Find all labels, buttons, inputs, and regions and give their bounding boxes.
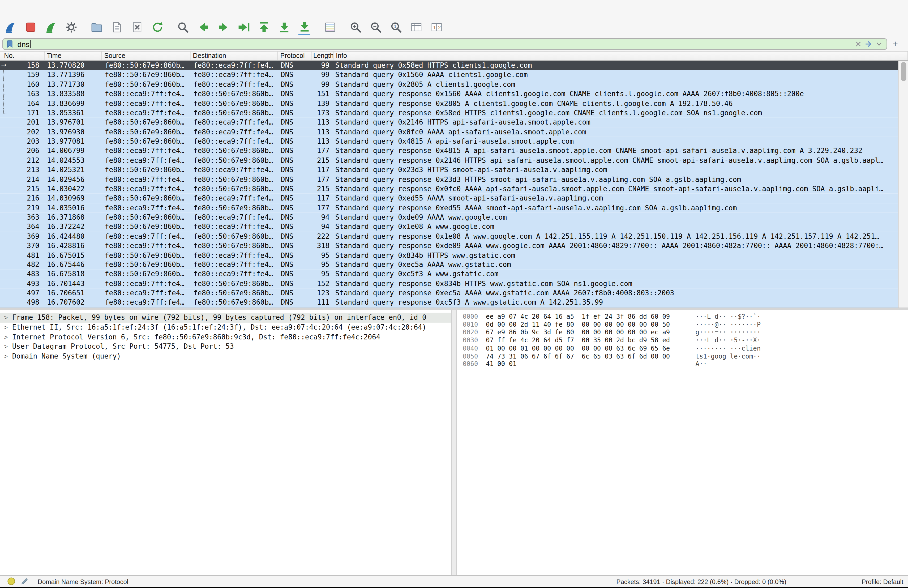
packet-row[interactable]: 21514.030422fe80::eca9:7ff:fe4…fe80::50:… [0,184,908,193]
close-capture-file-button[interactable] [127,19,147,35]
packet-row[interactable]: 21614.030969fe80::50:67e9:860b…fe80::eca… [0,193,908,203]
hex-row[interactable]: 00100d 00 00 2d 11 40 fe 80 00 00 00 00 … [463,321,908,329]
packet-row[interactable]: 49716.706651fe80::eca9:7ff:fe4…fe80::50:… [0,288,908,298]
status-profile[interactable]: Profile: Default [861,578,903,585]
packet-row[interactable]: 48116.675015fe80::50:67e9:860b…fe80::eca… [0,250,908,260]
packet-row[interactable]: 36316.371868fe80::50:67e9:860b…fe80::eca… [0,213,908,222]
zoom-in-button[interactable] [345,19,365,35]
expand-arrow-icon[interactable]: > [4,322,12,332]
zoom-out-button[interactable] [365,19,385,35]
packet-row[interactable]: 16313.833588fe80::eca9:7ff:fe4…fe80::50:… [0,89,908,99]
column-header-source[interactable]: Source [102,52,191,60]
packet-row[interactable]: 37016.428816fe80::eca9:7ff:fe4…fe80::50:… [0,241,908,251]
expand-arrow-icon[interactable]: > [4,342,12,352]
hex-row[interactable]: 005074 73 31 06 67 6f 6f 67 6c 65 03 63 … [463,353,908,361]
resize-columns-button[interactable] [406,19,426,35]
column-header-info[interactable]: Info [333,52,908,60]
hex-row[interactable]: 002067 e9 86 0b 9c 3d fe 80 00 00 00 00 … [463,329,908,337]
column-header-length[interactable]: Length [311,52,333,60]
cell-source: fe80::50:67e9:860b… [102,137,191,147]
detail-tree-line[interactable]: >User Datagram Protocol, Src Port: 54775… [0,342,451,352]
packet-row[interactable]: 15913.771396fe80::50:67e9:860b…fe80::eca… [0,70,908,80]
display-filter-input[interactable]: dns [2,38,887,50]
capture-options-button[interactable] [61,19,81,35]
cell-time: 14.025321 [45,165,102,175]
packet-row[interactable]: 48216.675446fe80::50:67e9:860b…fe80::eca… [0,260,908,269]
horizontal-pane-splitter[interactable] [0,308,908,310]
go-first-packet-button[interactable] [254,19,274,35]
restart-capture-button[interactable] [40,19,61,35]
capture-comment-icon[interactable] [20,577,29,586]
filter-bookmark-icon[interactable] [5,39,16,49]
filter-add-button[interactable]: + [890,38,900,50]
scrollbar-thumb-icon[interactable] [901,62,906,81]
cell-source: fe80::eca9:7ff:fe4… [102,298,191,308]
zoom-reset-button[interactable]: 1 [386,19,406,35]
expert-info-icon[interactable] [7,578,15,585]
expand-arrow-icon[interactable]: > [4,313,12,323]
go-last-packet-button[interactable] [274,19,294,35]
hex-row[interactable]: 0000ee a9 07 4c 20 64 16 a5 1f ef 24 3f … [463,313,908,321]
find-packet-button[interactable] [172,19,193,35]
packet-row[interactable]: 21414.029456fe80::eca9:7ff:fe4…fe80::50:… [0,175,908,184]
open-capture-file-button[interactable] [86,19,106,35]
fixed-column-widths-button[interactable]: 12 [426,19,446,35]
packet-row[interactable]: 20313.977081fe80::50:67e9:860b…fe80::eca… [0,137,908,147]
cell-no: 202 [7,127,45,137]
detail-tree-line[interactable]: >Frame 158: Packet, 99 bytes on wire (79… [0,313,451,323]
cell-time: 13.853361 [45,108,102,118]
stop-capture-button[interactable] [20,19,40,35]
packet-row[interactable]: 21214.024553fe80::eca9:7ff:fe4…fe80::50:… [0,156,908,165]
cell-no: 164 [7,99,45,108]
packet-row[interactable]: 21914.035016fe80::eca9:7ff:fe4…fe80::50:… [0,203,908,213]
column-header-no[interactable]: No. [0,52,45,60]
colorize-packets-button[interactable] [320,19,340,35]
packet-row[interactable]: 16013.771730fe80::50:67e9:860b…fe80::eca… [0,80,908,89]
start-capture-button[interactable] [0,19,20,35]
expand-arrow-icon[interactable]: > [4,332,12,342]
cell-destination: fe80::50:67e9:860b… [191,108,278,118]
go-forward-button[interactable] [213,19,233,35]
detail-tree-line[interactable]: >Ethernet II, Src: 16:a5:1f:ef:24:3f (16… [0,322,451,332]
resize-columns-icon [410,21,422,34]
go-back-button[interactable] [193,19,213,35]
packet-row[interactable]: 49316.701443fe80::eca9:7ff:fe4…fe80::50:… [0,279,908,288]
hex-offset: 0060 [463,361,486,368]
packet-row[interactable]: 36916.424480fe80::eca9:7ff:fe4…fe80::50:… [0,232,908,241]
save-capture-file-button[interactable] [106,19,127,35]
packet-row[interactable]: 49816.707602fe80::eca9:7ff:fe4…fe80::50:… [0,298,908,308]
filter-dropdown-icon[interactable] [874,39,884,49]
packet-row[interactable]: 36416.372242fe80::50:67e9:860b…fe80::eca… [0,222,908,232]
reload-capture-file-button[interactable] [147,19,167,35]
packet-row[interactable]: 17113.853361fe80::eca9:7ff:fe4…fe80::50:… [0,108,908,118]
detail-tree-line[interactable]: >Domain Name System (query) [0,352,451,361]
cell-length: 215 [311,156,333,165]
cell-protocol: DNS [278,61,312,70]
column-header-time[interactable]: Time [45,52,102,60]
packet-row[interactable]: 20113.976701fe80::50:67e9:860b…fe80::eca… [0,118,908,127]
packet-row[interactable]: 20213.976930fe80::50:67e9:860b…fe80::eca… [0,127,908,137]
go-to-packet-button[interactable] [233,19,254,35]
filter-apply-icon[interactable] [863,39,874,49]
hex-row[interactable]: 004001 00 00 01 00 00 00 00 00 00 08 63 … [463,345,908,353]
detail-tree-line[interactable]: >Internet Protocol Version 6, Src: fe80:… [0,332,451,342]
cell-length: 152 [311,279,333,288]
auto-scroll-button[interactable] [294,19,314,35]
hex-row[interactable]: 003007 ff fe 4c 20 64 d5 f7 00 35 00 2d … [463,337,908,345]
column-header-protocol[interactable]: Protocol [278,52,312,60]
packet-list-scrollbar[interactable] [898,61,908,308]
column-header-destination[interactable]: Destination [191,52,278,60]
packet-row[interactable]: 48316.675818fe80::50:67e9:860b…fe80::eca… [0,269,908,279]
packet-row[interactable]: →15813.770820fe80::50:67e9:860b…fe80::ec… [0,61,908,70]
cell-info: Standard query 0x2146 HTTPS api-safari-a… [333,118,908,127]
hex-ascii: ········ ···clien [695,345,761,352]
packet-row[interactable]: 20614.006799fe80::eca9:7ff:fe4…fe80::50:… [0,146,908,156]
packet-row[interactable]: 21314.025321fe80::50:67e9:860b…fe80::eca… [0,165,908,175]
vertical-pane-splitter[interactable] [451,310,457,575]
related-packet-indicator-icon [0,279,7,288]
cell-destination: fe80::eca9:7ff:fe4… [191,269,278,279]
filter-clear-icon[interactable] [853,39,863,49]
expand-arrow-icon[interactable]: > [4,352,12,361]
hex-row[interactable]: 006041 00 01A·· [463,361,908,368]
packet-row[interactable]: 16413.836699fe80::eca9:7ff:fe4…fe80::50:… [0,99,908,108]
